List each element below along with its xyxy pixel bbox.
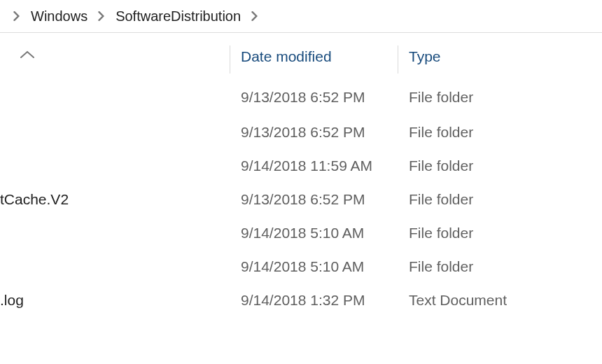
row-type: File folder [409,225,473,241]
breadcrumb-chevron-icon[interactable] [93,0,110,32]
row-type: File folder [409,158,473,174]
row-date-modified: 9/13/2018 6:52 PM [241,124,365,141]
breadcrumb-label: SoftwareDistribution [114,7,242,26]
row-type: File folder [409,191,473,208]
table-row[interactable]: 9/14/2018 11:59 AM File folder [0,150,602,184]
row-type: File folder [409,89,473,106]
table-row[interactable]: .log 9/14/2018 1:32 PM Text Document [0,285,602,318]
breadcrumb-segment-softwaredistribution[interactable]: SoftwareDistribution [110,0,246,32]
column-header-label: Date modified [241,48,332,64]
table-row[interactable]: 9/14/2018 5:10 AM File folder [0,251,602,285]
breadcrumb[interactable]: Windows SoftwareDistribution [0,0,602,33]
row-date-modified: 9/14/2018 1:32 PM [241,292,365,309]
breadcrumb-segment-windows[interactable]: Windows [25,0,93,32]
column-header-label: Type [409,48,441,64]
row-type: File folder [409,124,473,141]
column-header-row: Date modified Type [0,33,602,82]
table-row[interactable]: 9/14/2018 5:10 AM File folder [0,218,602,251]
row-name: .log [0,292,24,309]
column-separator[interactable] [398,46,398,74]
column-separator[interactable] [230,46,230,74]
row-type: Text Document [409,292,507,309]
row-name: tCache.V2 [0,191,69,208]
row-date-modified: 9/13/2018 6:52 PM [241,191,365,208]
row-date-modified: 9/14/2018 5:10 AM [241,225,364,241]
table-row[interactable]: 9/13/2018 6:52 PM File folder [0,117,602,150]
column-header-type[interactable]: Type [409,48,441,65]
file-list: Date modified Type 9/13/2018 6:52 PM Fil… [0,33,602,318]
breadcrumb-chevron-icon[interactable] [246,0,263,32]
table-row[interactable]: tCache.V2 9/13/2018 6:52 PM File folder [0,184,602,218]
breadcrumb-label: Windows [29,7,89,26]
column-header-date-modified[interactable]: Date modified [241,48,332,65]
sort-caret-icon[interactable] [20,47,35,63]
table-row[interactable]: 9/13/2018 6:52 PM File folder [0,82,602,117]
file-rows: 9/13/2018 6:52 PM File folder 9/13/2018 … [0,82,602,318]
row-type: File folder [409,258,473,275]
row-date-modified: 9/14/2018 5:10 AM [241,258,364,275]
row-date-modified: 9/13/2018 6:52 PM [241,89,365,106]
row-date-modified: 9/14/2018 11:59 AM [241,158,372,174]
breadcrumb-chevron-icon[interactable] [8,0,25,32]
